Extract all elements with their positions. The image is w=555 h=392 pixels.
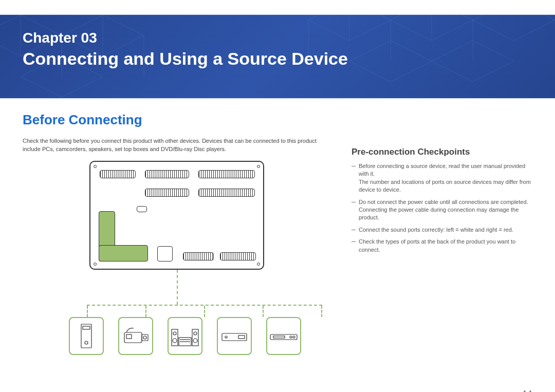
checkpoint-text: Connect the sound ports correctly: left … [359, 227, 513, 233]
svg-rect-4 [142, 334, 148, 341]
checkpoint-text: Before connecting a source device, read … [359, 163, 525, 177]
checkpoint-item: Do not connect the power cable until all… [351, 198, 532, 222]
svg-point-12 [193, 339, 197, 343]
svg-point-9 [173, 339, 177, 343]
device-set-top-box [217, 317, 252, 355]
checkpoint-item: Before connecting a source device, read … [351, 162, 532, 194]
checkpoints-heading: Pre-connection Checkpoints [351, 147, 532, 157]
svg-point-5 [143, 336, 146, 339]
svg-rect-1 [83, 326, 90, 329]
port-cluster-highlight [99, 212, 147, 262]
svg-point-21 [290, 336, 292, 338]
svg-rect-16 [222, 333, 247, 341]
section-intro: Check the following before you connect t… [23, 137, 331, 154]
source-devices-row [69, 317, 300, 355]
checkpoints-list: Before connecting a source device, read … [351, 162, 532, 254]
svg-point-8 [173, 332, 176, 335]
checkpoint-text: Do not connect the power cable until all… [359, 199, 528, 205]
svg-point-17 [225, 336, 227, 338]
device-camcorder [118, 317, 153, 355]
page-number: 44 [521, 388, 532, 392]
device-back-diagram [59, 161, 300, 355]
section-title: Before Connecting [23, 112, 331, 128]
chapter-title: Connecting and Using a Source Device [0, 47, 555, 69]
svg-rect-6 [126, 334, 132, 339]
checkpoint-text: Check the types of ports at the back of … [359, 238, 515, 252]
svg-point-11 [194, 332, 197, 335]
chapter-banner: Chapter 03 Connecting and Using a Source… [0, 14, 555, 99]
device-pc-tower [69, 317, 104, 355]
svg-rect-3 [124, 332, 142, 343]
checkpoint-item: Check the types of ports at the back of … [351, 238, 532, 254]
svg-rect-20 [273, 336, 285, 338]
svg-point-22 [293, 336, 295, 338]
checkpoint-subtext: The number and locations of ports on sou… [359, 178, 532, 194]
device-disc-player [266, 317, 301, 355]
svg-rect-18 [238, 335, 245, 339]
checkpoint-item: Connect the sound ports correctly: left … [351, 226, 532, 234]
device-speaker-system [168, 317, 202, 355]
content-area: Before Connecting Check the following be… [0, 99, 555, 355]
chapter-number: Chapter 03 [0, 15, 555, 47]
svg-point-2 [85, 341, 88, 344]
checkpoint-subtext: Connecting the power cable during connec… [359, 206, 532, 222]
